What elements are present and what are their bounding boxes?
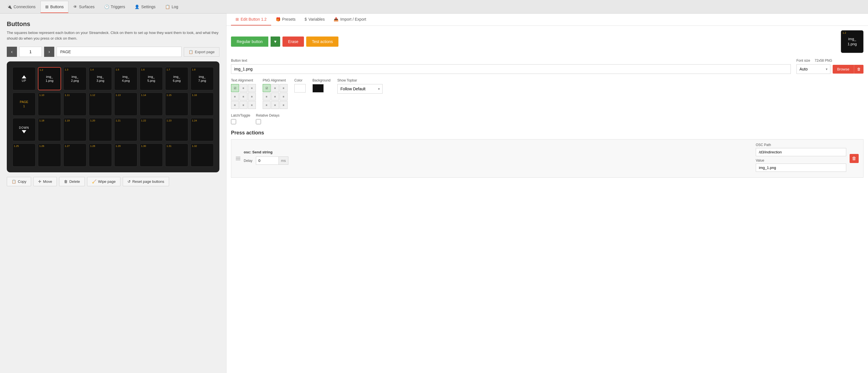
align-bot-right[interactable]: ≡	[248, 101, 256, 109]
grid-button-1.15[interactable]: 1.15	[165, 92, 188, 116]
grid-button-1.3[interactable]: 1.3img_ 2.png	[63, 67, 87, 90]
grid-button-1.24[interactable]: 1.24	[191, 118, 214, 141]
page-prev-button[interactable]: ‹	[7, 47, 17, 57]
action-delete-button[interactable]: 🗑	[849, 154, 859, 163]
page-next-button[interactable]: ›	[44, 47, 54, 57]
settings-icon: 👤	[134, 4, 140, 9]
align-mid-right[interactable]: ≡	[248, 92, 256, 101]
regular-button-dropdown[interactable]: ▼	[271, 36, 280, 47]
align-bot-left[interactable]: ≡	[231, 101, 239, 109]
sort-handle[interactable]	[236, 157, 240, 160]
erase-button[interactable]: Erase	[282, 36, 304, 47]
png-align-top-center[interactable]: ≡	[271, 84, 279, 92]
png-align-top-right[interactable]: ≡	[280, 84, 287, 92]
grid-button-1.18[interactable]: 1.18	[38, 118, 61, 141]
grid-button-1.21[interactable]: 1.21	[114, 118, 137, 141]
reset-page-button[interactable]: ↺ Reset page buttons	[123, 177, 169, 186]
font-size-group: Font size 72x58 PNG Auto 8 10 12 14 16	[797, 59, 864, 74]
reset-icon: ↺	[127, 179, 131, 184]
copy-button[interactable]: 📋 Copy	[7, 177, 31, 186]
presets-tab[interactable]: 🎁 Presets	[271, 13, 300, 26]
action-details: osc: Send string Delay ms	[244, 150, 752, 167]
osc-path-input[interactable]	[756, 148, 846, 156]
background-group: Background	[312, 78, 331, 92]
grid-button-1.12[interactable]: 1.12	[89, 92, 112, 116]
top-navigation: 🔌 Connections ⊞ Buttons 👁 Surfaces 🕐 Tri…	[0, 0, 868, 13]
grid-button-1.7[interactable]: 1.7img_ 6.png	[165, 67, 188, 90]
export-page-button[interactable]: 📋 Export page	[184, 47, 219, 57]
png-align-bot-center[interactable]: ≡	[271, 101, 279, 109]
variables-tab[interactable]: $ Variables	[300, 13, 329, 26]
button-actions-row: Regular button ▼ Erase Test actions 1.2 …	[231, 30, 864, 53]
align-top-right[interactable]: ≡	[248, 84, 256, 92]
browse-button[interactable]: Browse	[833, 65, 854, 74]
grid-button-1.20[interactable]: 1.20	[89, 118, 112, 141]
png-align-mid-center[interactable]: ≡	[271, 92, 279, 101]
grid-button-1.14[interactable]: 1.14	[140, 92, 163, 116]
align-mid-center[interactable]: ≡	[240, 92, 247, 101]
grid-button-down[interactable]: DOWN	[12, 118, 36, 141]
wipe-page-button[interactable]: 🧹 Wipe page	[87, 177, 120, 186]
align-mid-left[interactable]: ≡	[231, 92, 239, 101]
png-align-mid-left[interactable]: ≡	[263, 92, 271, 101]
png-align-bot-right[interactable]: ≡	[280, 101, 287, 109]
grid-button-1.32[interactable]: 1.32	[191, 143, 214, 167]
align-top-center[interactable]: ≡	[240, 84, 247, 92]
regular-button-btn[interactable]: Regular button	[231, 36, 268, 47]
latch-toggle-checkbox[interactable]	[231, 119, 236, 124]
move-button[interactable]: ✛ Move	[33, 177, 57, 186]
grid-button-1.31[interactable]: 1.31	[165, 143, 188, 167]
grid-button-1.23[interactable]: 1.23	[165, 118, 188, 141]
grid-button-1.6[interactable]: 1.6img_ 5.png	[140, 67, 163, 90]
grid-button-1.13[interactable]: 1.13	[114, 92, 137, 116]
tab-buttons[interactable]: ⊞ Buttons	[40, 1, 68, 13]
text-alignment-grid: ☑ ≡ ≡ ≡ ≡ ≡ ≡ ≡ ≡	[231, 84, 256, 109]
png-align-bot-left[interactable]: ≡	[263, 101, 271, 109]
grid-button-page1[interactable]: PAGE1	[12, 92, 36, 116]
import-export-tab[interactable]: 📥 Import / Export	[329, 13, 371, 26]
grid-button-1.2[interactable]: 1.2img_ 1.png	[38, 67, 61, 90]
grid-button-1.27[interactable]: 1.27	[63, 143, 87, 167]
grid-button-1.28[interactable]: 1.28	[89, 143, 112, 167]
grid-button-1.30[interactable]: 1.30	[140, 143, 163, 167]
color-swatch[interactable]	[294, 84, 306, 92]
background-swatch[interactable]	[312, 84, 324, 92]
grid-button-1.16[interactable]: 1.16	[191, 92, 214, 116]
grid-button-1.19[interactable]: 1.19	[63, 118, 87, 141]
tab-settings[interactable]: 👤 Settings	[130, 1, 160, 12]
relative-delays-checkbox-wrap	[256, 119, 279, 124]
tab-log[interactable]: 📋 Log	[160, 1, 183, 12]
grid-button-1.5[interactable]: 1.5img_ 4.png	[114, 67, 137, 90]
png-align-mid-right[interactable]: ≡	[280, 92, 287, 101]
value-row: Value	[756, 159, 846, 172]
font-size-select[interactable]: Auto 8 10 12 14 16	[797, 64, 830, 74]
grid-button-1.4[interactable]: 1.4img_ 3.png	[89, 67, 112, 90]
page-number-input[interactable]	[19, 47, 42, 57]
edit-button-tab[interactable]: ⊞ Edit Button 1.2	[231, 13, 271, 26]
delay-input[interactable]	[256, 156, 279, 165]
delete-button[interactable]: 🗑 Delete	[59, 177, 85, 186]
tab-triggers[interactable]: 🕐 Triggers	[99, 1, 130, 12]
test-actions-button[interactable]: Test actions	[306, 36, 338, 47]
png-dimensions: 72x58 PNG	[814, 59, 832, 62]
button-text-input[interactable]	[231, 64, 791, 74]
grid-button-1.10[interactable]: 1.10	[38, 92, 61, 116]
grid-button-1.11[interactable]: 1.11	[63, 92, 87, 116]
tab-connections[interactable]: 🔌 Connections	[2, 1, 40, 12]
relative-delays-checkbox[interactable]	[256, 119, 261, 124]
text-alignment-group: Text Alignment ☑ ≡ ≡ ≡ ≡ ≡ ≡ ≡ ≡	[231, 78, 256, 109]
grid-button-1.26[interactable]: 1.26	[38, 143, 61, 167]
osc-path-row: OSC Path	[756, 143, 846, 156]
grid-button-1.8[interactable]: 1.8img_ 7.png	[191, 67, 214, 90]
grid-button-1.29[interactable]: 1.29	[114, 143, 137, 167]
tab-surfaces[interactable]: 👁 Surfaces	[68, 1, 99, 12]
grid-button-1.25[interactable]: 1.25	[12, 143, 36, 167]
browse-delete-button[interactable]: 🗑	[854, 65, 864, 74]
grid-button-1.22[interactable]: 1.22	[140, 118, 163, 141]
value-input[interactable]	[756, 164, 846, 172]
topbar-select[interactable]: Follow Default Show Hide	[337, 84, 382, 94]
grid-button-up[interactable]: UP	[12, 67, 36, 90]
align-top-left[interactable]: ☑	[231, 84, 239, 92]
align-bot-center[interactable]: ≡	[240, 101, 247, 109]
png-align-top-left[interactable]: ☑	[263, 84, 271, 92]
